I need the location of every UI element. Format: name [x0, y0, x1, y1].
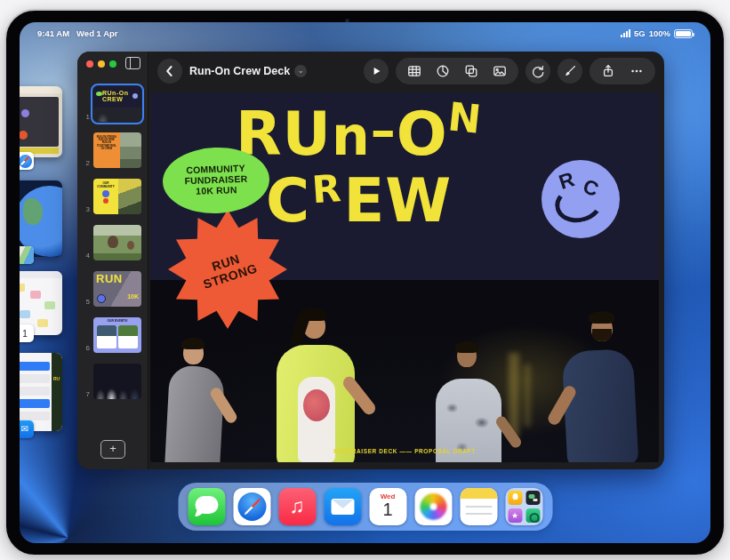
mail-dock-icon[interactable] [324, 488, 361, 525]
runner-gray-shirt [160, 338, 231, 462]
slide-number: 4 [81, 252, 90, 260]
slide-thumbnail-1[interactable]: 1 RUn-On CREW [77, 82, 148, 128]
close-window-button[interactable] [86, 60, 93, 68]
share-button[interactable] [595, 58, 622, 84]
sidebar-toggle-icon[interactable] [125, 57, 140, 69]
slide-canvas: RUn–ON CREW COMMUNITY FUNDRAISER 10K RUN [148, 91, 664, 469]
ipad-device: 9:41 AM Wed 1 Apr 5G 100% [4, 9, 726, 556]
screen-wallpaper: 9:41 AM Wed 1 Apr 5G 100% [20, 22, 710, 543]
undo-button[interactable] [525, 59, 550, 84]
safari-page-preview [20, 97, 59, 147]
media-button[interactable] [486, 58, 513, 84]
insert-tools-group [396, 58, 518, 84]
rc-smiley-sticker[interactable]: R C [541, 160, 620, 238]
runner-navy-shirt [558, 313, 646, 462]
slide-thumbnail-5[interactable]: 5 RUN 10K [77, 267, 148, 313]
star-app-mini-icon: ★ [508, 508, 522, 523]
play-button[interactable] [364, 59, 389, 84]
runner-camo-jacket [430, 343, 512, 462]
minimize-window-button[interactable] [98, 60, 105, 68]
photos-app-icon[interactable] [414, 488, 452, 525]
back-button[interactable] [157, 59, 182, 84]
slide-thumbnail-6[interactable]: 6 OUR EVENTS! [77, 313, 148, 359]
zoom-window-button[interactable] [109, 60, 116, 68]
stage-thumb-safari[interactable] [20, 86, 62, 157]
slide-thumbnail-7[interactable]: 7 [77, 359, 148, 405]
slide-thumbnail-list: 1 RUn-On CREW 2 RUN-ON STRONG RUN-ON FRE… [77, 82, 148, 405]
app-folder-icon[interactable]: ★ [505, 488, 542, 525]
safari-app-icon[interactable] [20, 152, 34, 170]
battery-icon [674, 29, 693, 38]
mail-app-icon[interactable]: ✉ [20, 420, 34, 438]
stage-thumb-mail[interactable]: RU [20, 353, 62, 431]
keynote-toolbar: Run-On Crew Deck ⌄ [148, 52, 664, 91]
chart-button[interactable] [429, 58, 456, 84]
signal-icon [621, 29, 630, 37]
more-button[interactable] [623, 58, 650, 84]
slide-number: 5 [81, 298, 90, 306]
safari-dock-icon[interactable] [233, 488, 270, 525]
document-title[interactable]: Run-On Crew Deck ⌄ [189, 65, 307, 77]
maps-app-icon[interactable] [20, 246, 34, 264]
keynote-window: 1 RUn-On CREW 2 RUN-ON STRONG RUN-ON FRE… [77, 52, 664, 469]
status-time: 9:41 AM [37, 28, 69, 38]
slide-navigator: 1 RUn-On CREW 2 RUN-ON STRONG RUN-ON FRE… [77, 52, 148, 469]
slide-thumbnail-2[interactable]: 2 RUN-ON STRONG RUN-ON FREE RUN-ON TOGET… [77, 128, 148, 174]
slide-1-editor[interactable]: RUn–ON CREW COMMUNITY FUNDRAISER 10K RUN [150, 92, 659, 462]
network-label: 5G [634, 28, 646, 38]
background-window-sliver: RU [52, 353, 62, 431]
tips-mini-icon [508, 491, 522, 505]
calendar-dock-icon[interactable]: Wed 1 [369, 488, 406, 525]
battery-percent: 100% [649, 28, 670, 38]
format-brush-button[interactable] [558, 59, 582, 84]
add-slide-button[interactable]: + [100, 440, 125, 459]
shapes-button[interactable] [458, 58, 485, 84]
dock: ♫ Wed 1 ★ [178, 483, 552, 531]
slide-number: 2 [81, 159, 90, 167]
window-controls [86, 60, 116, 68]
slide-footer-caption[interactable]: FUNDRAISER DECK —— PROPOSAL DRAFT [150, 448, 659, 454]
calendar-app-icon[interactable]: 1 [20, 324, 34, 342]
notes-app-icon[interactable] [460, 488, 497, 525]
status-bar: 9:41 AM Wed 1 Apr 5G 100% [20, 28, 710, 41]
slide-number: 6 [81, 344, 90, 352]
slide-number: 3 [81, 205, 90, 213]
messages-app-icon[interactable] [188, 488, 225, 525]
podcasts-mini-icon [525, 508, 540, 523]
music-app-icon[interactable]: ♫ [278, 488, 316, 525]
status-date: Wed 1 Apr [76, 28, 117, 38]
runner-neon-jacket [268, 308, 365, 462]
slide-thumbnail-4[interactable]: 4 [77, 220, 148, 267]
chevron-down-icon[interactable]: ⌄ [294, 65, 307, 77]
table-button[interactable] [401, 58, 428, 84]
slide-thumbnail-3[interactable]: 3 OUR COMMUNITY [77, 174, 148, 220]
share-more-group [590, 58, 655, 84]
slide-number: 1 [81, 113, 90, 121]
slide-number: 7 [81, 390, 90, 398]
photo-booth-mini-icon [525, 491, 540, 505]
